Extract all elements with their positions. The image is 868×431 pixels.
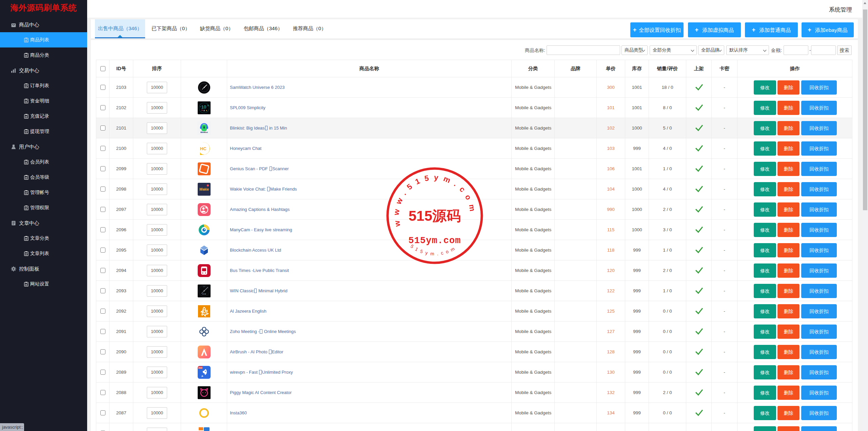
svg-text:2022: 2022 <box>198 367 202 369</box>
svg-text:til: til <box>200 106 201 107</box>
svg-text:Wakie: Wakie <box>199 188 209 191</box>
svg-text:515源码: 515源码 <box>409 208 461 224</box>
svg-text:515ym.com: 515ym.com <box>409 236 461 246</box>
svg-text:Blinkist: Blinkist <box>200 131 208 133</box>
svg-text:WIN: WIN <box>203 286 205 288</box>
svg-text:HC: HC <box>200 146 206 151</box>
svg-text:21: 21 <box>207 104 210 106</box>
svg-text:10: 10 <box>201 104 206 110</box>
svg-text:10:08: 10:08 <box>202 293 206 295</box>
